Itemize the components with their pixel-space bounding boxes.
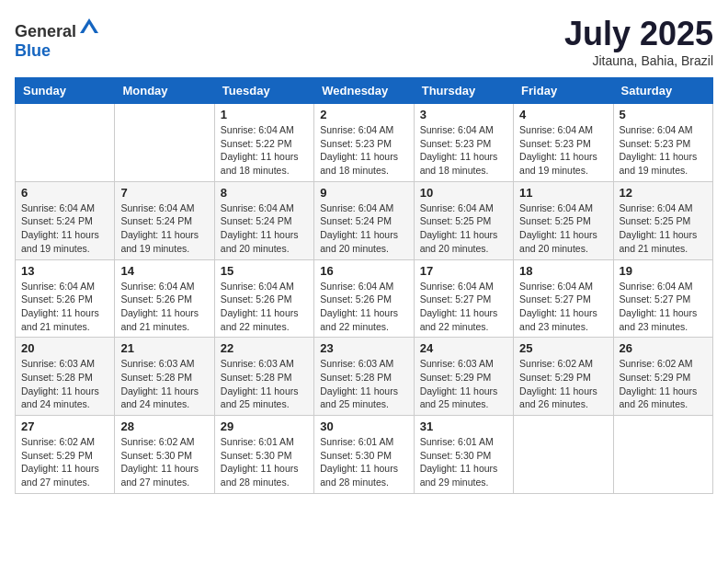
calendar-day-cell: 4Sunrise: 6:04 AMSunset: 5:23 PMDaylight… bbox=[514, 104, 613, 182]
calendar-day-cell: 2Sunrise: 6:04 AMSunset: 5:23 PMDaylight… bbox=[314, 104, 414, 182]
calendar-day-cell: 14Sunrise: 6:04 AMSunset: 5:26 PMDayligh… bbox=[115, 259, 214, 338]
day-number: 28 bbox=[120, 419, 208, 433]
day-number: 20 bbox=[21, 341, 108, 355]
day-number: 23 bbox=[320, 341, 407, 355]
day-number: 5 bbox=[620, 108, 707, 121]
calendar-day-cell: 7Sunrise: 6:04 AMSunset: 5:24 PMDaylight… bbox=[115, 181, 214, 259]
logo-icon bbox=[78, 15, 100, 37]
day-number: 31 bbox=[420, 419, 507, 433]
day-number: 8 bbox=[221, 186, 308, 200]
day-info: Sunrise: 6:04 AMSunset: 5:24 PMDaylight:… bbox=[120, 201, 208, 256]
day-of-week-header: Monday bbox=[115, 78, 214, 104]
day-number: 25 bbox=[519, 341, 607, 355]
day-info: Sunrise: 6:04 AMSunset: 5:26 PMDaylight:… bbox=[21, 280, 108, 334]
day-info: Sunrise: 6:02 AMSunset: 5:29 PMDaylight:… bbox=[620, 357, 707, 411]
calendar-day-cell: 3Sunrise: 6:04 AMSunset: 5:23 PMDaylight… bbox=[414, 104, 513, 182]
day-info: Sunrise: 6:03 AMSunset: 5:28 PMDaylight:… bbox=[221, 357, 308, 411]
calendar-day-cell: 31Sunrise: 6:01 AMSunset: 5:30 PMDayligh… bbox=[414, 416, 513, 494]
day-of-week-header: Thursday bbox=[414, 78, 513, 104]
calendar-day-cell: 19Sunrise: 6:04 AMSunset: 5:27 PMDayligh… bbox=[613, 259, 712, 338]
day-number: 9 bbox=[320, 186, 407, 200]
calendar-day-cell: 25Sunrise: 6:02 AMSunset: 5:29 PMDayligh… bbox=[514, 338, 613, 416]
day-info: Sunrise: 6:04 AMSunset: 5:27 PMDaylight:… bbox=[519, 280, 607, 334]
day-number: 7 bbox=[120, 186, 208, 200]
calendar-day-cell: 20Sunrise: 6:03 AMSunset: 5:28 PMDayligh… bbox=[16, 338, 115, 416]
day-info: Sunrise: 6:03 AMSunset: 5:28 PMDaylight:… bbox=[21, 357, 108, 411]
calendar-day-cell: 23Sunrise: 6:03 AMSunset: 5:28 PMDayligh… bbox=[314, 338, 414, 416]
day-of-week-header: Saturday bbox=[613, 78, 712, 104]
day-number: 4 bbox=[519, 108, 607, 121]
calendar-day-cell: 6Sunrise: 6:04 AMSunset: 5:24 PMDaylight… bbox=[16, 181, 115, 259]
calendar-day-cell: 15Sunrise: 6:04 AMSunset: 5:26 PMDayligh… bbox=[214, 259, 313, 338]
calendar-day-cell: 27Sunrise: 6:02 AMSunset: 5:29 PMDayligh… bbox=[16, 416, 115, 494]
day-number: 30 bbox=[320, 419, 407, 433]
day-of-week-header: Tuesday bbox=[214, 78, 313, 104]
title-block: July 2025 Jitauna, Bahia, Brazil bbox=[564, 15, 713, 68]
day-number: 29 bbox=[221, 419, 308, 433]
day-number: 16 bbox=[320, 264, 407, 278]
calendar-day-cell bbox=[514, 416, 613, 494]
day-info: Sunrise: 6:04 AMSunset: 5:25 PMDaylight:… bbox=[620, 201, 707, 256]
calendar-day-cell: 10Sunrise: 6:04 AMSunset: 5:25 PMDayligh… bbox=[414, 181, 513, 259]
calendar-day-cell: 1Sunrise: 6:04 AMSunset: 5:22 PMDaylight… bbox=[214, 104, 313, 182]
day-number: 14 bbox=[120, 264, 208, 278]
location: Jitauna, Bahia, Brazil bbox=[564, 53, 713, 68]
day-info: Sunrise: 6:03 AMSunset: 5:28 PMDaylight:… bbox=[120, 357, 208, 411]
day-info: Sunrise: 6:04 AMSunset: 5:22 PMDaylight:… bbox=[221, 123, 308, 178]
day-number: 18 bbox=[519, 264, 607, 278]
day-info: Sunrise: 6:02 AMSunset: 5:30 PMDaylight:… bbox=[120, 435, 208, 489]
calendar-day-cell: 30Sunrise: 6:01 AMSunset: 5:30 PMDayligh… bbox=[314, 416, 414, 494]
day-info: Sunrise: 6:04 AMSunset: 5:23 PMDaylight:… bbox=[620, 123, 707, 178]
calendar-body: 1Sunrise: 6:04 AMSunset: 5:22 PMDaylight… bbox=[16, 104, 713, 494]
day-number: 12 bbox=[620, 186, 707, 200]
day-number: 10 bbox=[420, 186, 507, 200]
day-info: Sunrise: 6:02 AMSunset: 5:29 PMDaylight:… bbox=[519, 357, 607, 411]
day-info: Sunrise: 6:04 AMSunset: 5:24 PMDaylight:… bbox=[320, 201, 407, 256]
day-info: Sunrise: 6:04 AMSunset: 5:24 PMDaylight:… bbox=[21, 201, 108, 256]
calendar-week-row: 13Sunrise: 6:04 AMSunset: 5:26 PMDayligh… bbox=[16, 259, 713, 338]
calendar-day-cell: 29Sunrise: 6:01 AMSunset: 5:30 PMDayligh… bbox=[214, 416, 313, 494]
calendar-week-row: 6Sunrise: 6:04 AMSunset: 5:24 PMDaylight… bbox=[16, 181, 713, 259]
day-number: 17 bbox=[420, 264, 507, 278]
day-info: Sunrise: 6:03 AMSunset: 5:29 PMDaylight:… bbox=[420, 357, 507, 411]
logo: General Blue bbox=[15, 15, 100, 61]
header-row: SundayMondayTuesdayWednesdayThursdayFrid… bbox=[16, 78, 713, 104]
calendar-day-cell bbox=[16, 104, 115, 182]
day-number: 3 bbox=[420, 108, 507, 121]
calendar-day-cell: 24Sunrise: 6:03 AMSunset: 5:29 PMDayligh… bbox=[414, 338, 513, 416]
calendar-day-cell: 22Sunrise: 6:03 AMSunset: 5:28 PMDayligh… bbox=[214, 338, 313, 416]
day-number: 19 bbox=[620, 264, 707, 278]
calendar-day-cell: 11Sunrise: 6:04 AMSunset: 5:25 PMDayligh… bbox=[514, 181, 613, 259]
calendar-day-cell: 21Sunrise: 6:03 AMSunset: 5:28 PMDayligh… bbox=[115, 338, 214, 416]
day-info: Sunrise: 6:04 AMSunset: 5:25 PMDaylight:… bbox=[420, 201, 507, 256]
day-info: Sunrise: 6:04 AMSunset: 5:27 PMDaylight:… bbox=[620, 280, 707, 334]
calendar-day-cell bbox=[115, 104, 214, 182]
day-info: Sunrise: 6:04 AMSunset: 5:26 PMDaylight:… bbox=[320, 280, 407, 334]
day-of-week-header: Wednesday bbox=[314, 78, 414, 104]
day-number: 26 bbox=[620, 341, 707, 355]
calendar-day-cell: 8Sunrise: 6:04 AMSunset: 5:24 PMDaylight… bbox=[214, 181, 313, 259]
calendar-day-cell: 17Sunrise: 6:04 AMSunset: 5:27 PMDayligh… bbox=[414, 259, 513, 338]
day-info: Sunrise: 6:04 AMSunset: 5:25 PMDaylight:… bbox=[519, 201, 607, 256]
calendar-day-cell: 13Sunrise: 6:04 AMSunset: 5:26 PMDayligh… bbox=[16, 259, 115, 338]
calendar-day-cell: 26Sunrise: 6:02 AMSunset: 5:29 PMDayligh… bbox=[613, 338, 712, 416]
calendar-day-cell: 18Sunrise: 6:04 AMSunset: 5:27 PMDayligh… bbox=[514, 259, 613, 338]
calendar-day-cell: 12Sunrise: 6:04 AMSunset: 5:25 PMDayligh… bbox=[613, 181, 712, 259]
day-number: 1 bbox=[221, 108, 308, 121]
day-info: Sunrise: 6:04 AMSunset: 5:26 PMDaylight:… bbox=[221, 280, 308, 334]
day-of-week-header: Sunday bbox=[16, 78, 115, 104]
calendar-table: SundayMondayTuesdayWednesdayThursdayFrid… bbox=[15, 77, 713, 494]
calendar-week-row: 20Sunrise: 6:03 AMSunset: 5:28 PMDayligh… bbox=[16, 338, 713, 416]
calendar-day-cell bbox=[613, 416, 712, 494]
calendar-header: SundayMondayTuesdayWednesdayThursdayFrid… bbox=[16, 78, 713, 104]
day-info: Sunrise: 6:04 AMSunset: 5:23 PMDaylight:… bbox=[320, 123, 407, 178]
calendar-week-row: 27Sunrise: 6:02 AMSunset: 5:29 PMDayligh… bbox=[16, 416, 713, 494]
day-info: Sunrise: 6:04 AMSunset: 5:23 PMDaylight:… bbox=[420, 123, 507, 178]
calendar-week-row: 1Sunrise: 6:04 AMSunset: 5:22 PMDaylight… bbox=[16, 104, 713, 182]
day-number: 24 bbox=[420, 341, 507, 355]
day-number: 21 bbox=[120, 341, 208, 355]
day-info: Sunrise: 6:01 AMSunset: 5:30 PMDaylight:… bbox=[320, 435, 407, 489]
day-number: 22 bbox=[221, 341, 308, 355]
day-info: Sunrise: 6:04 AMSunset: 5:26 PMDaylight:… bbox=[120, 280, 208, 334]
month-title: July 2025 bbox=[564, 15, 713, 53]
